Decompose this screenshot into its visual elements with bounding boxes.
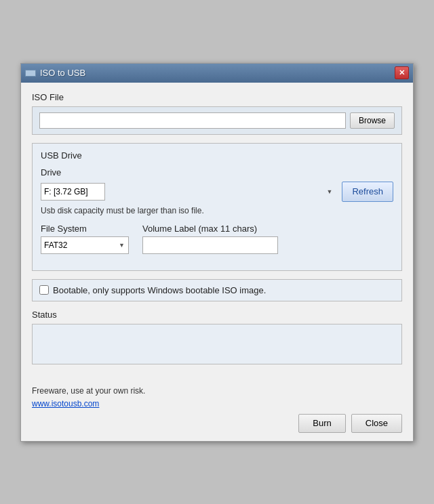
iso-section-label: ISO File bbox=[32, 92, 402, 102]
footer-buttons: Burn Close bbox=[32, 414, 402, 433]
bootable-checkbox[interactable] bbox=[39, 285, 49, 295]
window-title: ISO to USB bbox=[40, 68, 395, 78]
status-box bbox=[32, 324, 402, 364]
refresh-button[interactable]: Refresh bbox=[342, 182, 393, 202]
filesystem-label: File System bbox=[41, 224, 129, 234]
main-window: ISO to USB ✕ ISO File Browse USB Drive D… bbox=[20, 63, 414, 442]
drive-select[interactable]: F: [3.72 GB] bbox=[41, 183, 105, 201]
bootable-row: Bootable, only supports Windows bootable… bbox=[32, 279, 402, 301]
drive-select-wrapper: F: [3.72 GB] bbox=[41, 183, 336, 201]
usb-section: USB Drive Drive F: [3.72 GB] Refresh Usb… bbox=[32, 143, 402, 271]
content-area: ISO File Browse USB Drive Drive F: [3.72… bbox=[21, 83, 413, 381]
status-label: Status bbox=[32, 310, 402, 320]
close-window-button[interactable]: ✕ bbox=[395, 66, 409, 79]
iso-file-input[interactable] bbox=[39, 112, 346, 129]
drive-row: F: [3.72 GB] Refresh bbox=[41, 182, 393, 202]
usb-section-title: USB Drive bbox=[41, 150, 393, 161]
freeware-text: Freeware, use at your own risk. bbox=[32, 386, 402, 396]
title-bar-icon bbox=[25, 70, 36, 77]
drive-label: Drive bbox=[41, 167, 393, 177]
status-section: Status bbox=[32, 310, 402, 364]
options-row: File System FAT32 NTFS exFAT Volume Labe… bbox=[41, 224, 393, 254]
close-button[interactable]: Close bbox=[351, 414, 402, 433]
browse-button[interactable]: Browse bbox=[350, 112, 395, 129]
bootable-label: Bootable, only supports Windows bootable… bbox=[53, 285, 266, 295]
volume-label-input[interactable] bbox=[142, 236, 278, 254]
filesystem-select-wrapper: FAT32 NTFS exFAT bbox=[41, 236, 129, 254]
burn-button[interactable]: Burn bbox=[298, 414, 345, 433]
volume-label-group: Volume Label (max 11 chars) bbox=[142, 224, 278, 254]
filesystem-select[interactable]: FAT32 NTFS exFAT bbox=[41, 236, 129, 254]
website-link[interactable]: www.isotousb.com bbox=[32, 399, 99, 408]
iso-input-row: Browse bbox=[32, 106, 402, 135]
volume-label-text: Volume Label (max 11 chars) bbox=[142, 224, 278, 234]
footer: Freeware, use at your own risk. www.isot… bbox=[21, 381, 413, 441]
iso-section: ISO File Browse bbox=[32, 92, 402, 135]
capacity-note: Usb disk capacity must be larger than is… bbox=[41, 206, 393, 215]
filesystem-group: File System FAT32 NTFS exFAT bbox=[41, 224, 129, 254]
title-bar: ISO to USB ✕ bbox=[21, 64, 413, 83]
